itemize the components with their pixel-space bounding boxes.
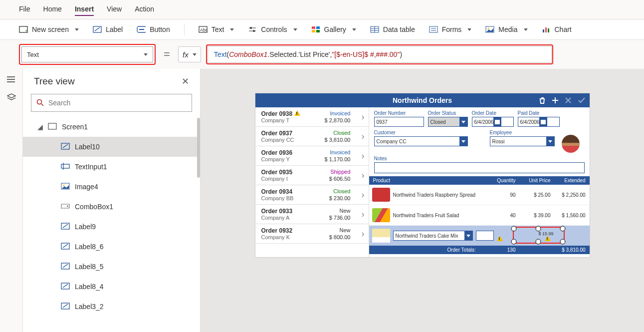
tree-panel: Tree view ✕ ◢Screen1Label10TextInput1Ima… xyxy=(23,69,201,332)
chevron-right-icon[interactable]: › xyxy=(362,229,365,239)
chart-dropdown[interactable]: Chart xyxy=(542,25,572,33)
chevron-down-icon xyxy=(464,231,472,240)
orderstatus-label: Order Status xyxy=(428,110,468,116)
order-detail: Order Number0937 Order StatusClosed Orde… xyxy=(369,107,590,257)
label-icon xyxy=(61,283,70,291)
close-icon[interactable]: ✕ xyxy=(182,76,189,87)
order-row[interactable]: Order 0934Company BBClosed$ 230.00› xyxy=(255,185,369,205)
menu-insert[interactable]: Insert xyxy=(75,3,94,16)
tree-item[interactable]: Label9 xyxy=(23,217,200,237)
ordernum-field[interactable]: 0937 xyxy=(374,117,424,127)
media-dropdown[interactable]: Media xyxy=(485,25,527,33)
button-button[interactable]: Button xyxy=(137,25,170,33)
tree-item-label: Screen1 xyxy=(62,123,88,131)
chevron-right-icon[interactable]: › xyxy=(362,209,365,220)
svg-rect-36 xyxy=(61,164,69,168)
hdr-ext: Extended xyxy=(551,178,586,183)
layers-icon[interactable] xyxy=(6,93,16,101)
search-box[interactable] xyxy=(31,94,192,112)
app-preview: Northwind Orders Order 0938 Company TInv… xyxy=(255,93,590,258)
menu-home[interactable]: Home xyxy=(43,3,62,16)
fx-button[interactable]: fx xyxy=(178,46,201,62)
search-input[interactable] xyxy=(48,99,187,107)
svg-line-50 xyxy=(63,304,68,308)
product-thumb xyxy=(372,229,390,243)
plus-icon[interactable] xyxy=(552,97,559,104)
svg-point-56 xyxy=(536,226,541,231)
svg-line-48 xyxy=(63,284,68,288)
gallery-dropdown[interactable]: Gallery xyxy=(311,25,356,33)
svg-text:+: + xyxy=(25,28,27,33)
employee-value: Rossi xyxy=(492,139,505,144)
menu-action[interactable]: Action xyxy=(135,3,154,16)
chevron-right-icon[interactable]: › xyxy=(362,190,365,200)
svg-line-35 xyxy=(63,144,68,148)
scrollbar-thumb[interactable] xyxy=(197,118,200,178)
svg-rect-5 xyxy=(139,29,144,30)
order-row[interactable]: Order 0932Company KNew$ 800.00› xyxy=(255,224,369,244)
tree-title: Tree view xyxy=(34,76,75,87)
paiddate-field[interactable]: 6/4/2006 xyxy=(518,117,560,127)
menu-file[interactable]: File xyxy=(19,3,30,16)
chevron-right-icon[interactable]: › xyxy=(362,170,365,181)
employee-field[interactable]: Rossi xyxy=(490,136,555,146)
line-name: Northwind Traders Fruit Salad xyxy=(393,213,486,218)
tree-item[interactable]: Label10 xyxy=(23,137,200,157)
customer-label: Customer xyxy=(374,130,468,135)
line-row: Northwind Traders Raspberry Spread90$ 25… xyxy=(369,185,590,205)
tree-item[interactable]: Label8_5 xyxy=(23,257,200,277)
tree-item[interactable]: ◢Screen1 xyxy=(23,117,200,137)
chevron-down-icon xyxy=(193,53,197,56)
check-icon[interactable] xyxy=(578,97,586,104)
cancel-icon[interactable] xyxy=(565,97,572,104)
label-icon xyxy=(61,143,70,151)
chevron-right-icon[interactable]: › xyxy=(362,151,365,161)
property-selector[interactable]: Text xyxy=(21,46,153,62)
order-row[interactable]: Order 0938 Company TInvoiced$ 2,870.00› xyxy=(255,107,369,127)
tree-item[interactable]: ComboBox1 xyxy=(23,197,200,217)
tree-item[interactable]: Label3_2 xyxy=(23,297,200,317)
orderdate-field[interactable]: 6/4/2006 xyxy=(472,117,514,127)
svg-rect-25 xyxy=(543,29,544,32)
formula-input[interactable]: Text ( ComboBox1 .Selected.'List Price',… xyxy=(208,46,552,63)
ribbon-text-label: Text xyxy=(212,25,224,33)
hamburger-icon[interactable] xyxy=(6,76,16,84)
paiddate-label: Paid Date xyxy=(518,110,560,116)
datatable-button[interactable]: Data table xyxy=(370,25,415,33)
tree-item[interactable]: TextInput1 xyxy=(23,157,200,177)
menu-view[interactable]: View xyxy=(107,3,122,16)
warning-icon xyxy=(497,236,503,241)
forms-dropdown[interactable]: Forms xyxy=(429,25,472,33)
label-button[interactable]: Label xyxy=(93,25,123,33)
qty-input[interactable] xyxy=(476,231,494,241)
chevron-right-icon[interactable]: › xyxy=(362,131,365,142)
svg-point-60 xyxy=(560,239,565,244)
order-amount: $ 2,870.00 xyxy=(325,117,351,123)
text-dropdown[interactable]: Abc Text xyxy=(199,25,234,33)
line-qty: 90 xyxy=(486,192,516,198)
order-row[interactable]: Order 0933Company ANew$ 736.00› xyxy=(255,205,369,224)
line-extended: $ 1,560.00 xyxy=(551,213,586,218)
controls-dropdown[interactable]: Controls xyxy=(248,25,297,33)
tree-list: ◢Screen1Label10TextInput1Image4ComboBox1… xyxy=(23,117,200,332)
order-row[interactable]: Order 0936Company YInvoiced$ 1,170.00› xyxy=(255,146,369,166)
tree-item[interactable]: Label8_6 xyxy=(23,237,200,257)
trash-icon[interactable] xyxy=(539,97,546,104)
new-screen-button[interactable]: + New screen xyxy=(19,25,79,33)
customer-field[interactable]: Company CC xyxy=(374,136,468,146)
product-combo[interactable]: Northwind Traders Cake Mix xyxy=(393,231,473,241)
order-row[interactable]: Order 0937Company CCClosed$ 3,810.00› xyxy=(255,127,369,146)
svg-rect-14 xyxy=(312,30,315,32)
chevron-right-icon[interactable]: › xyxy=(362,112,365,122)
combobox-icon xyxy=(61,203,70,211)
screen-icon xyxy=(48,123,57,131)
tree-item[interactable]: Image4 xyxy=(23,177,200,197)
order-row[interactable]: Order 0935Company IShipped$ 606.50› xyxy=(255,166,369,185)
orderstatus-field[interactable]: Closed xyxy=(428,117,468,127)
hdr-unit: Unit Price xyxy=(516,178,551,183)
app-titlebar: Northwind Orders xyxy=(255,93,590,107)
tree-item[interactable]: Label8_4 xyxy=(23,277,200,297)
totals-label: Order Totals: xyxy=(373,247,486,253)
collapse-icon[interactable]: ◢ xyxy=(37,123,43,131)
notes-field[interactable] xyxy=(374,162,585,173)
